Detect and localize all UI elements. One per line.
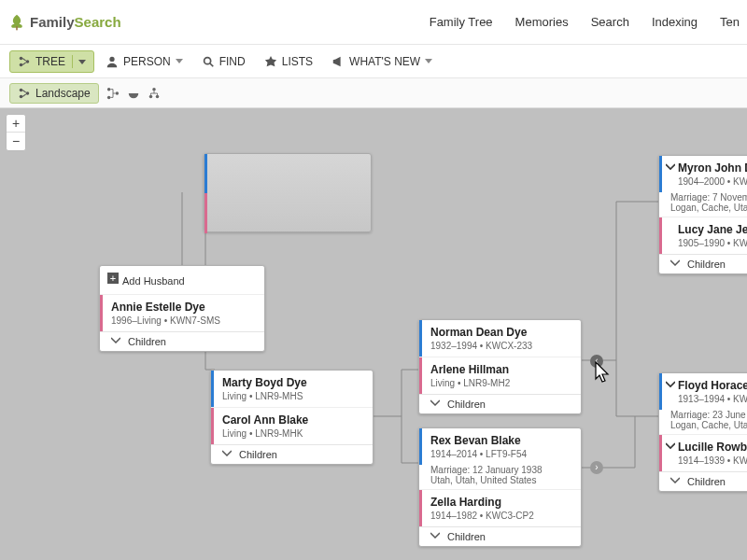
svg-point-14 bbox=[155, 94, 159, 98]
header-nav: Family Tree Memories Search Indexing Ten bbox=[430, 15, 740, 29]
card-norman-arlene[interactable]: Norman Dean Dye 1932–1994 • KWCX-233 Arl… bbox=[418, 319, 582, 414]
svg-point-11 bbox=[115, 91, 119, 95]
nav-indexing[interactable]: Indexing bbox=[652, 15, 698, 29]
lists-button[interactable]: LISTS bbox=[257, 51, 320, 72]
nav-search[interactable]: Search bbox=[591, 15, 629, 29]
children-toggle[interactable]: Children bbox=[659, 254, 747, 273]
lists-label: LISTS bbox=[282, 55, 313, 68]
person-name: Annie Estelle Dye bbox=[111, 301, 255, 314]
children-label: Children bbox=[687, 259, 726, 270]
person-meta: 1996–Living • KWN7-SMS bbox=[111, 315, 255, 326]
person-meta: 1914–2014 • LFT9-F54 bbox=[430, 449, 571, 459]
person-label: PERSON bbox=[123, 55, 171, 68]
children-label: Children bbox=[687, 476, 726, 487]
children-toggle[interactable]: Children bbox=[211, 444, 373, 464]
person-meta: 1905–1990 • KWC bbox=[670, 238, 747, 248]
nav-memories[interactable]: Memories bbox=[515, 15, 569, 29]
chevron-down-icon bbox=[670, 477, 680, 484]
svg-point-9 bbox=[107, 87, 111, 91]
logo-text: FamilySearch bbox=[30, 14, 121, 30]
star-icon bbox=[264, 55, 277, 68]
svg-point-1 bbox=[20, 56, 23, 60]
person-name: Zella Harding bbox=[430, 496, 571, 509]
children-toggle[interactable]: Children bbox=[659, 471, 747, 491]
person-meta: 1914–1939 • KWC bbox=[670, 455, 747, 466]
person-meta: 1932–1994 • KWCX-233 bbox=[430, 341, 571, 351]
children-toggle[interactable]: Children bbox=[419, 394, 581, 413]
person-name: Arlene Hillman bbox=[430, 363, 571, 376]
fan-icon[interactable] bbox=[127, 87, 140, 100]
card-rex-zella[interactable]: Rex Bevan Blake 1914–2014 • LFT9-F54 Mar… bbox=[418, 427, 582, 547]
zoom-in-button[interactable]: + bbox=[7, 115, 25, 133]
find-button[interactable]: FIND bbox=[194, 51, 253, 72]
card-myron-lucy[interactable]: Myron John Dy 1904–2000 • KWC Marriage: … bbox=[658, 155, 747, 274]
tree-button[interactable]: TREE bbox=[9, 50, 94, 73]
expand-button[interactable]: › bbox=[590, 461, 603, 474]
person-meta: Living • LNR9-MH2 bbox=[430, 378, 571, 388]
person-icon bbox=[106, 55, 119, 68]
card-marty-carol[interactable]: Marty Boyd Dye Living • LNR9-MHS Carol A… bbox=[210, 370, 374, 465]
add-husband-label: Add Husband bbox=[122, 275, 185, 287]
megaphone-icon bbox=[331, 55, 345, 68]
logo[interactable]: FamilySearch bbox=[7, 13, 121, 32]
marriage-info: Marriage: 12 January 1938 Utah, Utah, Un… bbox=[419, 465, 581, 489]
marriage-info: Marriage: 7 Novem Logan, Cache, Uta bbox=[659, 192, 747, 217]
caret-down-icon bbox=[425, 59, 432, 64]
nav-temple[interactable]: Ten bbox=[720, 15, 740, 29]
branch-icon[interactable] bbox=[106, 87, 120, 100]
app-header: FamilySearch Family Tree Memories Search… bbox=[0, 0, 747, 45]
person-name: Norman Dean Dye bbox=[430, 326, 571, 339]
chevron-down-icon bbox=[666, 381, 675, 388]
plus-icon: + bbox=[107, 273, 119, 284]
toolbar-primary: TREE PERSON FIND LISTS WHAT'S NEW bbox=[0, 45, 747, 78]
svg-point-7 bbox=[20, 94, 23, 98]
card-annie[interactable]: + Add Husband Annie Estelle Dye 1996–Liv… bbox=[99, 265, 265, 352]
chevron-down-icon bbox=[670, 259, 680, 267]
children-label: Children bbox=[447, 531, 486, 542]
svg-point-2 bbox=[20, 63, 23, 66]
landscape-button[interactable]: Landscape bbox=[9, 83, 99, 104]
chevron-down-icon bbox=[222, 450, 232, 457]
svg-point-4 bbox=[109, 56, 114, 61]
whatsnew-label: WHAT'S NEW bbox=[349, 55, 420, 68]
svg-rect-0 bbox=[16, 26, 18, 30]
svg-point-5 bbox=[204, 57, 210, 63]
landscape-label: Landscape bbox=[35, 87, 91, 100]
svg-point-8 bbox=[26, 91, 30, 95]
person-meta: Living • LNR9-MHS bbox=[222, 391, 363, 401]
tree-icon bbox=[7, 13, 26, 32]
whatsnew-button[interactable]: WHAT'S NEW bbox=[324, 51, 440, 72]
children-label: Children bbox=[128, 336, 166, 347]
svg-point-12 bbox=[152, 87, 156, 91]
caret-down-icon bbox=[176, 59, 183, 64]
person-name: Carol Ann Blake bbox=[222, 413, 363, 427]
person-name: Marty Boyd Dye bbox=[222, 376, 363, 389]
collapse-button[interactable]: ‹ bbox=[590, 355, 603, 368]
person-name: Lucille Rowbur bbox=[670, 441, 747, 454]
person-button[interactable]: PERSON bbox=[98, 51, 190, 72]
card-floyd-lucille[interactable]: Floyd Horace H 1913–1994 • KWC Marriage:… bbox=[658, 372, 747, 492]
children-label: Children bbox=[447, 399, 486, 410]
children-toggle[interactable]: Children bbox=[419, 526, 581, 546]
tree-label: TREE bbox=[35, 55, 65, 68]
person-name: Rex Bevan Blake bbox=[430, 434, 571, 447]
caret-down-icon bbox=[78, 60, 86, 65]
person-name: Floyd Horace H bbox=[670, 379, 747, 392]
tree-caret[interactable] bbox=[72, 55, 86, 68]
chevron-down-icon bbox=[666, 442, 675, 450]
person-name: Lucy Jane Jens bbox=[670, 223, 747, 236]
find-label: FIND bbox=[219, 55, 246, 68]
nav-family-tree[interactable]: Family Tree bbox=[430, 15, 493, 29]
svg-point-13 bbox=[148, 94, 152, 98]
svg-point-3 bbox=[26, 60, 30, 63]
person-name: Myron John Dy bbox=[670, 161, 747, 175]
toolbar-secondary: Landscape bbox=[0, 78, 747, 108]
zoom-out-button[interactable]: − bbox=[7, 133, 25, 150]
chevron-down-icon bbox=[430, 532, 440, 539]
children-toggle[interactable]: Children bbox=[100, 331, 264, 351]
add-husband-row[interactable]: + Add Husband bbox=[100, 266, 264, 294]
chevron-down-icon bbox=[430, 399, 440, 407]
descendancy-icon[interactable] bbox=[148, 87, 161, 100]
placeholder-card[interactable] bbox=[204, 153, 372, 232]
tree-canvas[interactable]: + − + Add Husband Annie Estelle Dye 1996… bbox=[0, 108, 747, 560]
